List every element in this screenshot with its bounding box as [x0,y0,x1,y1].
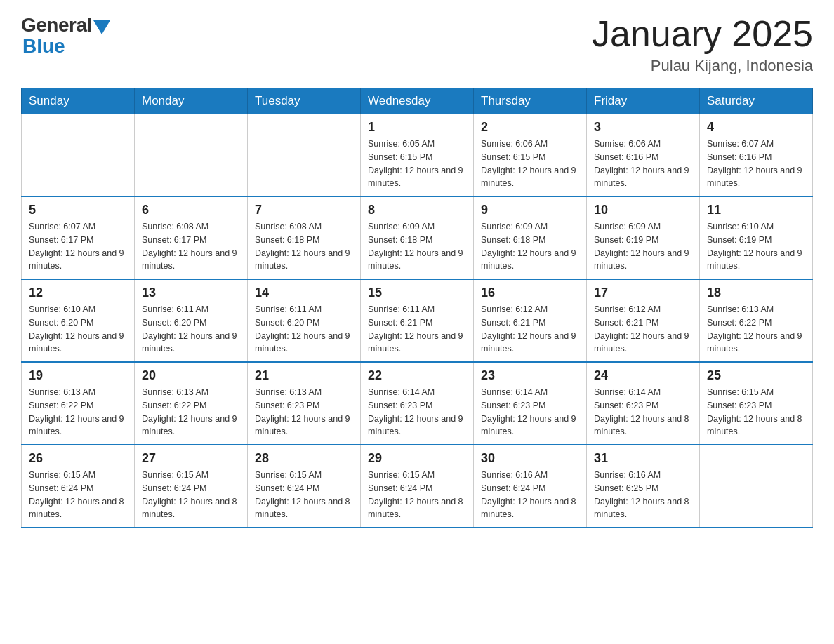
day-info: Sunrise: 6:09 AMSunset: 6:18 PMDaylight:… [368,220,466,273]
day-info: Sunrise: 6:15 AMSunset: 6:24 PMDaylight:… [368,469,466,521]
day-number: 22 [368,368,466,383]
day-number: 13 [142,286,240,300]
day-info: Sunrise: 6:12 AMSunset: 6:21 PMDaylight:… [481,303,579,356]
day-info: Sunrise: 6:16 AMSunset: 6:25 PMDaylight:… [594,469,692,521]
calendar-cell: 5Sunrise: 6:07 AMSunset: 6:17 PMDaylight… [22,196,135,279]
day-number: 18 [707,286,805,300]
logo-triangle-icon [93,20,110,34]
calendar-cell: 28Sunrise: 6:15 AMSunset: 6:24 PMDayligh… [248,445,361,528]
calendar-table: SundayMondayTuesdayWednesdayThursdayFrid… [21,88,813,528]
week-row-3: 12Sunrise: 6:10 AMSunset: 6:20 PMDayligh… [22,279,813,362]
title-area: January 2025 Pulau Kijang, Indonesia [592,14,813,75]
day-number: 27 [142,451,240,466]
day-info: Sunrise: 6:11 AMSunset: 6:21 PMDaylight:… [368,303,466,356]
day-number: 30 [481,451,579,466]
day-info: Sunrise: 6:05 AMSunset: 6:15 PMDaylight:… [368,137,466,190]
day-number: 29 [368,451,466,466]
day-info: Sunrise: 6:15 AMSunset: 6:24 PMDaylight:… [29,469,127,521]
day-number: 6 [142,203,240,217]
weekday-header-friday: Friday [587,88,700,114]
day-number: 19 [29,368,127,383]
weekday-header-saturday: Saturday [700,88,813,114]
calendar-cell: 22Sunrise: 6:14 AMSunset: 6:23 PMDayligh… [361,362,474,445]
calendar-cell: 4Sunrise: 6:07 AMSunset: 6:16 PMDaylight… [700,114,813,197]
location-text: Pulau Kijang, Indonesia [592,57,813,75]
week-row-1: 1Sunrise: 6:05 AMSunset: 6:15 PMDaylight… [22,114,813,197]
weekday-header-monday: Monday [135,88,248,114]
day-info: Sunrise: 6:15 AMSunset: 6:23 PMDaylight:… [707,386,805,438]
day-number: 14 [255,286,353,300]
calendar-cell: 14Sunrise: 6:11 AMSunset: 6:20 PMDayligh… [248,279,361,362]
calendar-cell: 31Sunrise: 6:16 AMSunset: 6:25 PMDayligh… [587,445,700,528]
calendar-cell: 18Sunrise: 6:13 AMSunset: 6:22 PMDayligh… [700,279,813,362]
calendar-cell: 26Sunrise: 6:15 AMSunset: 6:24 PMDayligh… [22,445,135,528]
weekday-header-thursday: Thursday [474,88,587,114]
day-info: Sunrise: 6:08 AMSunset: 6:18 PMDaylight:… [255,220,353,273]
logo: General Blue [21,14,110,58]
day-number: 10 [594,203,692,217]
day-info: Sunrise: 6:11 AMSunset: 6:20 PMDaylight:… [255,303,353,356]
day-number: 28 [255,451,353,466]
day-info: Sunrise: 6:15 AMSunset: 6:24 PMDaylight:… [255,469,353,521]
page-header: General Blue January 2025 Pulau Kijang, … [21,14,813,75]
day-info: Sunrise: 6:10 AMSunset: 6:20 PMDaylight:… [29,303,127,356]
weekday-header-tuesday: Tuesday [248,88,361,114]
day-number: 23 [481,368,579,383]
day-number: 12 [29,286,127,300]
day-number: 11 [707,203,805,217]
calendar-cell: 16Sunrise: 6:12 AMSunset: 6:21 PMDayligh… [474,279,587,362]
day-info: Sunrise: 6:06 AMSunset: 6:15 PMDaylight:… [481,137,579,190]
weekday-header-row: SundayMondayTuesdayWednesdayThursdayFrid… [22,88,813,114]
calendar-cell: 3Sunrise: 6:06 AMSunset: 6:16 PMDaylight… [587,114,700,197]
day-info: Sunrise: 6:07 AMSunset: 6:16 PMDaylight:… [707,137,805,190]
day-info: Sunrise: 6:14 AMSunset: 6:23 PMDaylight:… [481,386,579,438]
week-row-2: 5Sunrise: 6:07 AMSunset: 6:17 PMDaylight… [22,196,813,279]
day-info: Sunrise: 6:14 AMSunset: 6:23 PMDaylight:… [594,386,692,438]
day-info: Sunrise: 6:15 AMSunset: 6:24 PMDaylight:… [142,469,240,521]
day-info: Sunrise: 6:13 AMSunset: 6:23 PMDaylight:… [255,386,353,438]
weekday-header-wednesday: Wednesday [361,88,474,114]
month-title: January 2025 [592,14,813,54]
calendar-cell: 17Sunrise: 6:12 AMSunset: 6:21 PMDayligh… [587,279,700,362]
day-number: 21 [255,368,353,383]
day-number: 5 [29,203,127,217]
week-row-5: 26Sunrise: 6:15 AMSunset: 6:24 PMDayligh… [22,445,813,528]
day-number: 31 [594,451,692,466]
day-number: 2 [481,120,579,135]
calendar-cell [135,114,248,197]
day-info: Sunrise: 6:07 AMSunset: 6:17 PMDaylight:… [29,220,127,273]
logo-general-text: General [21,14,92,36]
day-number: 7 [255,203,353,217]
day-number: 9 [481,203,579,217]
day-info: Sunrise: 6:14 AMSunset: 6:23 PMDaylight:… [368,386,466,438]
logo-blue-text: Blue [21,35,65,58]
day-number: 24 [594,368,692,383]
day-info: Sunrise: 6:10 AMSunset: 6:19 PMDaylight:… [707,220,805,273]
day-info: Sunrise: 6:13 AMSunset: 6:22 PMDaylight:… [142,386,240,438]
calendar-cell: 8Sunrise: 6:09 AMSunset: 6:18 PMDaylight… [361,196,474,279]
calendar-cell: 7Sunrise: 6:08 AMSunset: 6:18 PMDaylight… [248,196,361,279]
calendar-cell: 25Sunrise: 6:15 AMSunset: 6:23 PMDayligh… [700,362,813,445]
day-info: Sunrise: 6:11 AMSunset: 6:20 PMDaylight:… [142,303,240,356]
calendar-cell: 12Sunrise: 6:10 AMSunset: 6:20 PMDayligh… [22,279,135,362]
weekday-header-sunday: Sunday [22,88,135,114]
calendar-cell: 9Sunrise: 6:09 AMSunset: 6:18 PMDaylight… [474,196,587,279]
calendar-cell: 19Sunrise: 6:13 AMSunset: 6:22 PMDayligh… [22,362,135,445]
calendar-cell: 29Sunrise: 6:15 AMSunset: 6:24 PMDayligh… [361,445,474,528]
day-number: 16 [481,286,579,300]
day-number: 20 [142,368,240,383]
calendar-cell: 10Sunrise: 6:09 AMSunset: 6:19 PMDayligh… [587,196,700,279]
calendar-cell: 20Sunrise: 6:13 AMSunset: 6:22 PMDayligh… [135,362,248,445]
day-number: 26 [29,451,127,466]
day-number: 25 [707,368,805,383]
week-row-4: 19Sunrise: 6:13 AMSunset: 6:22 PMDayligh… [22,362,813,445]
calendar-cell: 11Sunrise: 6:10 AMSunset: 6:19 PMDayligh… [700,196,813,279]
calendar-cell: 21Sunrise: 6:13 AMSunset: 6:23 PMDayligh… [248,362,361,445]
calendar-cell: 13Sunrise: 6:11 AMSunset: 6:20 PMDayligh… [135,279,248,362]
calendar-cell: 15Sunrise: 6:11 AMSunset: 6:21 PMDayligh… [361,279,474,362]
day-number: 8 [368,203,466,217]
day-number: 17 [594,286,692,300]
calendar-cell: 23Sunrise: 6:14 AMSunset: 6:23 PMDayligh… [474,362,587,445]
day-number: 1 [368,120,466,135]
day-number: 4 [707,120,805,135]
